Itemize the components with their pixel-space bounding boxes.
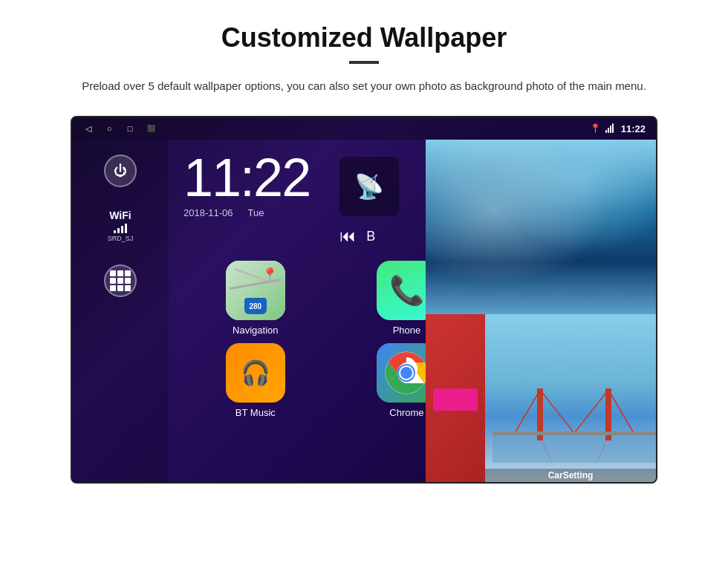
phone-label: Phone [393, 325, 421, 336]
clock-date: 2018-11-06 Tue [183, 207, 310, 218]
status-bar-left: ◁ ○ □ ⬛ [82, 123, 157, 134]
signal-icon [605, 124, 614, 133]
media-controls: ⏮ B [339, 227, 399, 246]
clock-date-value: 2018-11-06 [183, 207, 233, 218]
wifi-bars [114, 223, 127, 233]
power-icon: ⏻ [114, 163, 127, 179]
phone-icon: 📞 [389, 274, 424, 307]
svg-line-8 [540, 390, 574, 433]
page-description: Preload over 5 default wallpaper options… [59, 77, 669, 95]
media-widget: 📡 ⏮ B [339, 157, 399, 246]
power-button[interactable]: ⏻ [104, 154, 137, 187]
media-icon-box: 📡 [339, 157, 399, 216]
back-nav-icon[interactable]: ◁ [82, 123, 94, 134]
status-bar: ◁ ○ □ ⬛ 📍 11:22 [72, 117, 656, 140]
svg-line-9 [515, 390, 540, 433]
pink-box-element [433, 388, 478, 411]
nav-pin-icon: 📍 [261, 267, 278, 283]
page-wrapper: Customized Wallpaper Preload over 5 defa… [0, 0, 728, 498]
grid-icon [110, 270, 131, 291]
android-screen: ◁ ○ □ ⬛ 📍 11:22 [71, 116, 657, 484]
btmusic-label: BT Music [235, 407, 276, 418]
wallpaper-thumbnails: CarSetting [426, 140, 656, 484]
wifi-label: WiFi [109, 209, 131, 221]
navigation-label: Navigation [233, 325, 278, 336]
clock-time: 11:22 [183, 151, 310, 204]
chrome-svg-icon [384, 351, 429, 395]
svg-rect-12 [493, 432, 656, 435]
thumb-bottom-wrapper: CarSetting [426, 314, 656, 484]
nav-shield: 280 [244, 298, 267, 314]
prev-track-button[interactable]: ⏮ [339, 227, 356, 246]
chrome-label: Chrome [389, 407, 423, 418]
media-signal-icon: 📡 [354, 172, 384, 201]
page-title: Customized Wallpaper [45, 22, 683, 53]
bridge-svg [493, 374, 656, 463]
bluetooth-icon: 🎧 [241, 359, 270, 387]
svg-line-11 [608, 390, 634, 433]
apps-button[interactable] [104, 264, 137, 297]
wifi-widget: WiFi SRD_SJ [108, 209, 134, 242]
ssid-label: SRD_SJ [108, 235, 134, 242]
screenshot-icon[interactable]: ⬛ [145, 123, 157, 134]
home-nav-icon[interactable]: ○ [103, 123, 115, 134]
app-item-navigation[interactable]: 280 📍 Navigation [183, 261, 328, 336]
navigation-app-icon: 280 📍 [226, 261, 285, 320]
wallpaper-thumb-bridge[interactable]: CarSetting [485, 314, 656, 484]
clock-block: 11:22 2018-11-06 Tue [183, 151, 310, 218]
location-icon: 📍 [590, 123, 601, 134]
app-item-btmusic[interactable]: 🎧 BT Music [183, 343, 328, 418]
svg-rect-5 [493, 433, 656, 463]
wallpaper-thumb-ice[interactable] [426, 140, 656, 314]
mockup-container: ◁ ○ □ ⬛ 📍 11:22 [45, 116, 683, 484]
svg-point-4 [400, 367, 412, 379]
wallpaper-thumb-pink[interactable] [426, 314, 485, 484]
bt-music-app-icon: 🎧 [226, 343, 285, 403]
carsetting-label: CarSetting [485, 469, 656, 482]
ice-pattern [426, 140, 656, 314]
status-bar-right: 📍 11:22 [590, 123, 646, 134]
recents-nav-icon[interactable]: □ [124, 123, 136, 134]
clock-day-value: Tue [248, 207, 264, 218]
next-track-button[interactable]: B [366, 229, 375, 244]
status-time: 11:22 [621, 123, 646, 134]
title-divider [349, 61, 379, 64]
svg-line-10 [574, 390, 608, 433]
sidebar: ⏻ WiFi SRD_SJ [72, 140, 169, 482]
